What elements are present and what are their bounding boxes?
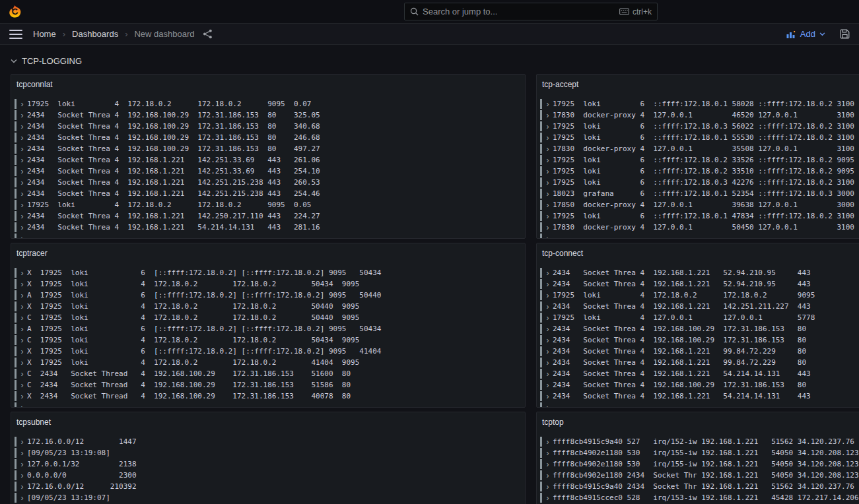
log-row[interactable]: › 0.0.0.0/0 2300 — [15, 470, 525, 481]
expand-caret-icon[interactable]: › — [545, 281, 551, 288]
log-row[interactable]: › X 17925 loki 4 172.18.0.2 172.18.0.2 4… — [15, 357, 525, 368]
expand-caret-icon[interactable]: › — [19, 224, 25, 231]
expand-caret-icon[interactable]: › — [19, 146, 25, 152]
expand-caret-icon[interactable]: › — [545, 360, 551, 366]
expand-caret-icon[interactable]: › — [545, 371, 551, 377]
expand-caret-icon[interactable]: › — [545, 168, 551, 175]
expand-caret-icon[interactable]: › — [19, 281, 25, 288]
log-row[interactable]: › 17925 loki 6 ::ffff:172.18.0.2 33510 :… — [540, 166, 859, 177]
expand-caret-icon[interactable]: › — [545, 179, 551, 186]
add-button[interactable]: Add — [786, 29, 825, 39]
log-row[interactable]: › 172.16.0.0/12 1447 — [15, 436, 525, 447]
log-row[interactable]: › 17925 loki 6 ::ffff:172.18.0.2 33526 :… — [540, 154, 859, 166]
grafana-logo-icon[interactable] — [9, 5, 21, 18]
log-row[interactable]: › 2434 Socket Threa 4 192.168.100.29 172… — [540, 323, 859, 334]
expand-caret-icon[interactable]: › — [545, 393, 551, 400]
share-icon[interactable] — [203, 29, 213, 39]
log-row[interactable]: › 17925 loki 4 172.18.0.2 172.18.0.2 909… — [15, 199, 525, 210]
expand-caret-icon[interactable]: › — [19, 337, 25, 344]
expand-caret-icon[interactable]: › — [545, 112, 551, 119]
expand-caret-icon[interactable]: › — [19, 315, 25, 321]
log-row[interactable]: › 172.16.0.0/12 210392 — [15, 481, 525, 492]
log-row[interactable]: › 2434 Socket Threa 4 192.168.1.221 142.… — [15, 210, 525, 222]
log-row[interactable]: › 17925 loki 4 172.18.0.2 172.18.0.2 909… — [540, 290, 859, 301]
log-row[interactable]: › 2434 Socket Threa 4 192.168.1.221 99.8… — [540, 357, 859, 368]
log-row[interactable]: › X 17925 loki 6 [::ffff:172.18.0.2] [::… — [15, 267, 525, 278]
expand-caret-icon[interactable]: › — [545, 224, 551, 231]
expand-caret-icon[interactable]: › — [19, 360, 25, 366]
log-row[interactable]: › 2434 Socket Threa 4 192.168.1.221 54.2… — [15, 222, 525, 233]
expand-caret-icon[interactable]: › — [19, 450, 25, 457]
log-row[interactable]: › — [15, 402, 525, 407]
expand-caret-icon[interactable]: › — [19, 123, 25, 130]
dashboard-row-toggle[interactable]: TCP-LOGGING — [11, 56, 82, 66]
log-row[interactable]: › — [540, 233, 859, 238]
log-row[interactable]: › 17850 docker-proxy 4 127.0.0.1 39638 1… — [540, 199, 859, 210]
log-row[interactable]: › X 17925 loki 4 172.18.0.2 172.18.0.2 5… — [15, 278, 525, 290]
log-row[interactable]: › X 17925 loki 4 172.18.0.2 172.18.0.2 5… — [15, 301, 525, 312]
log-row[interactable]: › 127.0.0.1/32 2138 — [15, 458, 525, 470]
expand-caret-icon[interactable]: › — [545, 146, 551, 152]
expand-caret-icon[interactable]: › — [19, 270, 25, 276]
log-row[interactable]: › 2434 Socket Threa 4 192.168.1.221 142.… — [15, 154, 525, 166]
log-row[interactable]: › 2434 Socket Threa 4 192.168.100.29 172… — [540, 379, 859, 391]
log-row[interactable]: › C 17925 loki 4 172.18.0.2 172.18.0.2 5… — [15, 334, 525, 346]
log-row[interactable]: › 17925 loki 6 ::ffff:172.18.0.1 55530 :… — [540, 132, 859, 143]
search-input[interactable]: Search or jump to... ctrl+k — [404, 3, 658, 20]
expand-caret-icon[interactable]: › — [19, 168, 25, 175]
log-row[interactable]: › 2434 Socket Threa 4 192.168.1.221 52.9… — [540, 267, 859, 278]
expand-caret-icon[interactable]: › — [19, 484, 25, 490]
expand-caret-icon[interactable]: › — [19, 202, 25, 208]
expand-caret-icon[interactable]: › — [545, 135, 551, 141]
log-row[interactable]: › [09/05/23 13:19:08] — [15, 447, 525, 458]
log-row[interactable]: › 17830 docker-proxy 4 127.0.0.1 35508 1… — [540, 143, 859, 154]
log-row[interactable]: › 2434 Socket Threa 4 192.168.100.29 172… — [15, 121, 525, 132]
expand-caret-icon[interactable]: › — [19, 393, 25, 400]
log-row[interactable]: › 2434 Socket Threa 4 192.168.1.221 142.… — [15, 188, 525, 199]
expand-caret-icon[interactable]: › — [19, 191, 25, 197]
expand-caret-icon[interactable]: › — [19, 292, 25, 299]
expand-caret-icon[interactable]: › — [545, 495, 551, 501]
log-row[interactable]: › X 2434 Socket Thread 4 192.168.100.29 … — [15, 391, 525, 402]
log-row[interactable]: › ffff8cb4915ccec0 528 irq/153-iw 192.16… — [540, 492, 859, 503]
log-row[interactable]: › C 17925 loki 4 172.18.0.2 172.18.0.2 5… — [15, 312, 525, 323]
log-row[interactable]: › 17925 loki 6 ::ffff:172.18.0.3 56022 :… — [540, 121, 859, 132]
expand-caret-icon[interactable]: › — [545, 202, 551, 208]
expand-caret-icon[interactable]: › — [19, 461, 25, 468]
log-row[interactable]: › C 2434 Socket Thread 4 192.168.100.29 … — [15, 368, 525, 379]
expand-caret-icon[interactable]: › — [19, 112, 25, 119]
panel-title[interactable]: tcptracer — [11, 243, 525, 258]
expand-caret-icon[interactable]: › — [19, 371, 25, 377]
panel-title[interactable]: tcp-accept — [537, 75, 859, 89]
expand-caret-icon[interactable]: › — [19, 135, 25, 141]
expand-caret-icon[interactable]: › — [19, 157, 25, 164]
expand-caret-icon[interactable]: › — [545, 337, 551, 344]
expand-caret-icon[interactable]: › — [545, 157, 551, 164]
log-row[interactable]: › 2434 Socket Threa 4 192.168.100.29 172… — [15, 110, 525, 121]
log-row[interactable]: › X 17925 loki 6 [::ffff:172.18.0.2] [::… — [15, 346, 525, 357]
expand-caret-icon[interactable]: › — [545, 236, 551, 239]
expand-caret-icon[interactable]: › — [19, 303, 25, 310]
panel-title[interactable]: tcpsubnet — [11, 412, 525, 427]
expand-caret-icon[interactable]: › — [545, 484, 551, 490]
panel-title[interactable]: tcpconnlat — [11, 75, 525, 89]
log-row[interactable]: › ffff8cb4915c9a40 527 irq/152-iw 192.16… — [540, 436, 859, 447]
expand-caret-icon[interactable]: › — [545, 382, 551, 389]
expand-caret-icon[interactable]: › — [19, 236, 25, 239]
log-row[interactable]: › 2434 Socket Threa 4 192.168.100.29 172… — [15, 143, 525, 154]
expand-caret-icon[interactable]: › — [545, 123, 551, 130]
log-row[interactable]: › 17925 loki 6 ::ffff:172.18.0.1 58028 :… — [540, 98, 859, 110]
log-row[interactable]: › 17925 loki 4 172.18.0.2 172.18.0.2 909… — [15, 98, 525, 110]
expand-caret-icon[interactable]: › — [19, 439, 25, 445]
log-row[interactable]: › 2434 Socket Threa 4 192.168.1.221 99.8… — [540, 346, 859, 357]
log-row[interactable]: › ffff8cb4902e1180 2434 Socket Thr 192.1… — [540, 470, 859, 481]
expand-caret-icon[interactable]: › — [19, 382, 25, 389]
expand-caret-icon[interactable]: › — [545, 461, 551, 468]
expand-caret-icon[interactable]: › — [19, 495, 25, 501]
log-row[interactable]: › 2434 Socket Threa 4 192.168.100.29 172… — [15, 132, 525, 143]
expand-caret-icon[interactable]: › — [545, 472, 551, 479]
expand-caret-icon[interactable]: › — [545, 191, 551, 197]
expand-caret-icon[interactable]: › — [545, 270, 551, 276]
expand-caret-icon[interactable]: › — [545, 404, 551, 408]
log-row[interactable]: › 2434 Socket Threa 4 192.168.1.221 54.2… — [540, 368, 859, 379]
